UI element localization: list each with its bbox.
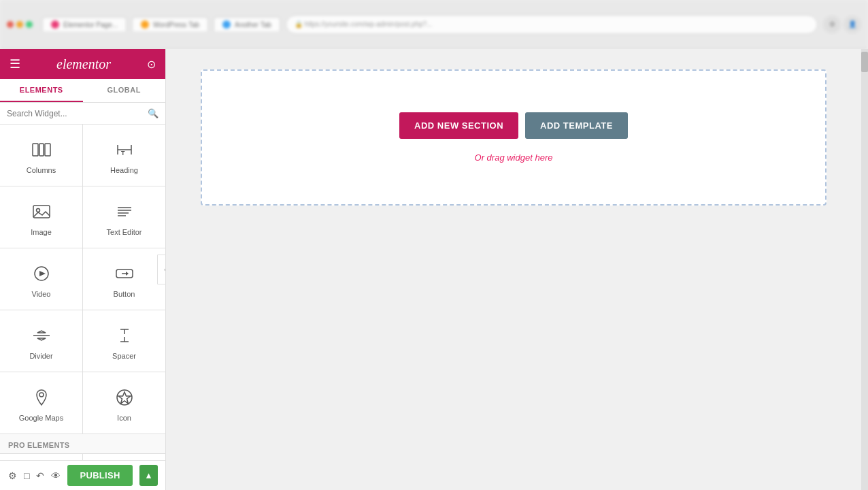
widget-divider[interactable]: Divider bbox=[0, 310, 82, 372]
svg-marker-14 bbox=[39, 271, 46, 276]
widget-spacer-label: Spacer bbox=[112, 352, 136, 360]
widget-google-maps-label: Google Maps bbox=[19, 414, 63, 422]
canvas-scroll: ADD NEW SECTION ADD TEMPLATE Or drag wid… bbox=[166, 49, 861, 490]
widget-divider-label: Divider bbox=[29, 352, 52, 360]
svg-rect-1 bbox=[39, 144, 44, 156]
grid-icon[interactable]: ⊙ bbox=[147, 58, 156, 71]
add-template-button[interactable]: ADD TEMPLATE bbox=[525, 112, 628, 139]
drag-hint: Or drag widget here bbox=[475, 152, 553, 163]
browser-action-1[interactable]: ⚙ bbox=[823, 16, 841, 33]
url-bar[interactable]: 🔒 https://yoursite.com/wp-admin/post.php… bbox=[286, 15, 818, 34]
widget-portfolio[interactable]: Portfolio bbox=[83, 454, 165, 460]
widget-columns[interactable]: Columns bbox=[0, 125, 82, 186]
svg-rect-0 bbox=[33, 144, 38, 156]
svg-point-8 bbox=[36, 209, 39, 212]
add-new-section-button[interactable]: ADD NEW SECTION bbox=[399, 112, 518, 139]
svg-rect-7 bbox=[33, 206, 50, 218]
pro-elements-label: PRO ELEMENTS bbox=[0, 434, 165, 453]
search-icon[interactable]: 🔍 bbox=[148, 108, 158, 118]
browser-bar: Elementor Page... WordPress Tab Another … bbox=[0, 0, 868, 49]
widget-spacer[interactable]: Spacer bbox=[83, 310, 165, 372]
browser-tab-1[interactable]: Elementor Page... bbox=[42, 17, 127, 31]
publish-button[interactable]: PUBLISH bbox=[67, 465, 132, 486]
widget-icon[interactable]: Icon bbox=[83, 372, 165, 434]
svg-marker-20 bbox=[37, 338, 46, 340]
svg-point-25 bbox=[39, 393, 44, 397]
sidebar: ☰ elementor ⊙ ELEMENTS GLOBAL 🔍 bbox=[0, 49, 166, 490]
widget-columns-label: Columns bbox=[27, 166, 56, 174]
tab-elements[interactable]: ELEMENTS bbox=[0, 79, 83, 102]
widget-posts[interactable]: Posts bbox=[0, 454, 82, 460]
bottom-toolbar: ⚙ □ ↶ 👁 PUBLISH ▴ bbox=[0, 460, 165, 490]
responsive-icon[interactable]: □ bbox=[24, 466, 29, 486]
google-maps-icon bbox=[31, 387, 52, 408]
eye-icon[interactable]: 👁 bbox=[51, 466, 61, 486]
settings-icon[interactable]: ⚙ bbox=[8, 466, 17, 486]
sidebar-collapse-toggle[interactable]: ‹ bbox=[157, 255, 166, 284]
widget-icon-label: Icon bbox=[117, 414, 131, 422]
browser-tab-3[interactable]: Another Tab bbox=[214, 17, 280, 31]
svg-marker-17 bbox=[126, 272, 129, 276]
widget-google-maps[interactable]: Google Maps bbox=[0, 372, 82, 434]
widget-image[interactable]: Image bbox=[0, 186, 82, 248]
divider-icon bbox=[31, 325, 52, 346]
publish-arrow-button[interactable]: ▴ bbox=[139, 465, 158, 486]
text-editor-icon bbox=[114, 201, 135, 223]
heading-icon: T bbox=[114, 139, 135, 161]
browser-tab-2[interactable]: WordPress Tab bbox=[132, 17, 208, 31]
sidebar-header: ☰ elementor ⊙ bbox=[0, 49, 165, 79]
video-icon bbox=[31, 263, 52, 284]
widget-heading[interactable]: T Heading bbox=[83, 125, 165, 186]
browser-action-2[interactable]: 👤 bbox=[844, 16, 861, 33]
icon-widget-icon bbox=[114, 387, 135, 408]
button-icon bbox=[114, 263, 135, 284]
widget-button-label: Button bbox=[114, 290, 135, 298]
widget-video[interactable]: Video bbox=[0, 248, 82, 310]
undo-icon[interactable]: ↶ bbox=[36, 466, 44, 486]
sidebar-tabs: ELEMENTS GLOBAL bbox=[0, 79, 165, 103]
scrollbar-thumb bbox=[861, 52, 868, 72]
widget-button[interactable]: Button bbox=[83, 248, 165, 310]
svg-text:T: T bbox=[121, 150, 125, 157]
widgets-container: Columns T Heading bbox=[0, 125, 165, 460]
widgets-grid: Columns T Heading bbox=[0, 125, 165, 460]
columns-icon bbox=[31, 139, 52, 161]
widget-text-editor-label: Text Editor bbox=[107, 228, 142, 236]
elementor-logo: elementor bbox=[56, 56, 111, 72]
tab-global[interactable]: GLOBAL bbox=[83, 79, 166, 102]
canvas-buttons: ADD NEW SECTION ADD TEMPLATE bbox=[399, 112, 628, 139]
widget-text-editor[interactable]: Text Editor bbox=[83, 186, 165, 248]
hamburger-icon[interactable]: ☰ bbox=[10, 56, 20, 71]
search-input[interactable] bbox=[7, 109, 144, 118]
svg-marker-19 bbox=[37, 331, 46, 333]
right-scrollbar[interactable] bbox=[861, 49, 868, 490]
image-icon bbox=[31, 201, 52, 223]
browser-actions: ⚙ 👤 bbox=[823, 16, 861, 33]
widget-video-label: Video bbox=[32, 290, 51, 298]
app-container: ☰ elementor ⊙ ELEMENTS GLOBAL 🔍 bbox=[0, 49, 868, 490]
widget-heading-label: Heading bbox=[110, 166, 138, 174]
spacer-icon bbox=[114, 325, 135, 346]
search-bar: 🔍 bbox=[0, 103, 165, 125]
widget-image-label: Image bbox=[31, 228, 52, 236]
svg-rect-2 bbox=[45, 144, 50, 156]
svg-marker-27 bbox=[118, 392, 131, 404]
canvas-area: ADD NEW SECTION ADD TEMPLATE Or drag wid… bbox=[166, 49, 861, 490]
canvas-drop-zone: ADD NEW SECTION ADD TEMPLATE Or drag wid… bbox=[201, 69, 827, 206]
